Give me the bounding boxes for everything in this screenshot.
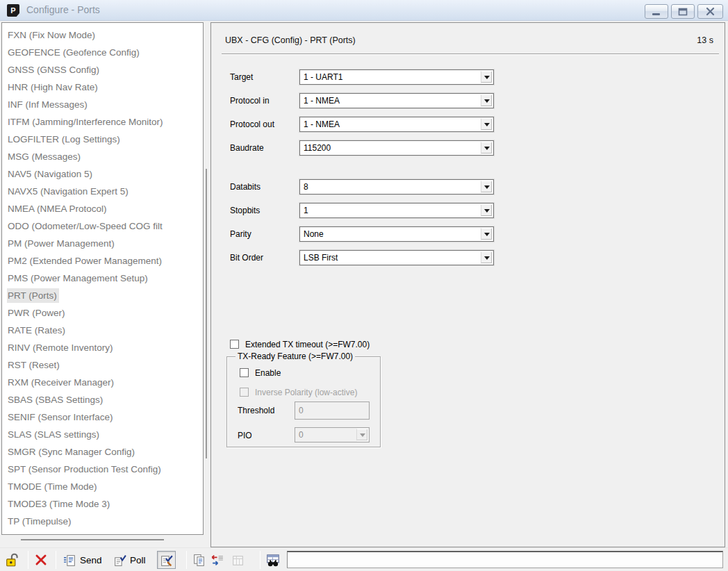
databits-select[interactable]: 8 (299, 179, 494, 195)
list-item[interactable]: GEOFENCE (Geofence Config) (2, 44, 203, 61)
list-item[interactable]: SMGR (Sync Manager Config) (2, 443, 203, 461)
baudrate-dropdown-button[interactable] (481, 142, 493, 154)
list-item-label: RATE (Rates) (7, 323, 67, 338)
list-item[interactable]: RST (Reset) (2, 356, 203, 374)
list-item[interactable]: TP (Timepulse) (2, 513, 203, 530)
titlebar: P Configure - Ports (0, 0, 728, 21)
protocol-out-dropdown-button[interactable] (481, 118, 493, 131)
configure-ports-window: P Configure - Ports FXN (Fix Now Mode)GE… (0, 0, 728, 571)
list-item[interactable]: RXM (Receiver Manager) (2, 374, 203, 391)
list-item[interactable]: LOGFILTER (Log Settings) (2, 131, 203, 148)
ports-config-panel: UBX - CFG (Config) - PRT (Ports) 13 s Ta… (210, 22, 725, 547)
parity-dropdown-button[interactable] (481, 228, 493, 240)
list-item-label: SPT (Sensor Production Test Config) (7, 462, 163, 477)
target-dropdown-button[interactable] (481, 71, 493, 83)
elapsed-time: 13 s (697, 35, 713, 45)
list-item-label: RINV (Remote Inventory) (7, 340, 115, 355)
protocol-out-label: Protocol out (230, 119, 274, 129)
list-item[interactable]: ODO (Odometer/Low-Speed COG filt (2, 217, 203, 235)
list-item-label: PWR (Power) (7, 306, 67, 320)
pio-dropdown-button (356, 429, 368, 441)
databits-dropdown-button[interactable] (481, 181, 493, 193)
list-item-label: TP (Timepulse) (7, 514, 74, 529)
tx-ready-enable-checkbox[interactable] (240, 368, 249, 377)
parity-row: Parity None (211, 226, 725, 242)
threshold-label: Threshold (238, 406, 274, 415)
bit-order-select[interactable]: LSB First (299, 250, 494, 265)
list-item[interactable]: PRT (Ports) (2, 287, 203, 304)
find-button[interactable] (264, 551, 282, 569)
list-item[interactable]: PWR (Power) (2, 304, 203, 322)
threshold-input: 0 (295, 402, 370, 420)
list-item[interactable]: NAV5 (Navigation 5) (2, 165, 203, 183)
target-value: 1 - UART1 (304, 72, 342, 82)
list-item-label: NMEA (NMEA Protocol) (7, 201, 109, 216)
list-item[interactable]: INF (Inf Messages) (2, 96, 203, 113)
list-item[interactable]: TMODE (Time Mode) (2, 478, 203, 495)
list-item[interactable]: MSG (Messages) (2, 148, 203, 165)
toolbar-separator (56, 551, 56, 569)
list-item[interactable]: RATE (Rates) (2, 322, 203, 339)
list-item[interactable]: GNSS (GNSS Config) (2, 61, 203, 78)
list-item[interactable]: HNR (High Nav Rate) (2, 78, 203, 96)
list-item[interactable]: SBAS (SBAS Settings) (2, 391, 203, 408)
list-item[interactable]: PM2 (Extended Power Management) (2, 252, 203, 270)
parity-select[interactable]: None (299, 226, 494, 242)
parity-label: Parity (230, 229, 251, 239)
protocol-in-select[interactable]: 1 - NMEA (299, 93, 494, 108)
target-select[interactable]: 1 - UART1 (299, 69, 494, 85)
copy-button[interactable] (190, 551, 208, 569)
list-item[interactable]: FXN (Fix Now Mode) (2, 26, 203, 44)
tx-ready-enable-label: Enable (255, 368, 281, 378)
protocol-out-value: 1 - NMEA (304, 119, 340, 129)
list-item[interactable]: SENIF (Sensor Interface) (2, 408, 203, 426)
list-item[interactable]: SLAS (SLAS settings) (2, 426, 203, 443)
list-horizontal-scrollbar[interactable] (21, 539, 164, 540)
search-input[interactable] (287, 551, 723, 568)
bit-order-dropdown-button[interactable] (481, 251, 493, 264)
lock-open-icon (5, 552, 20, 568)
send-label: Send (80, 555, 102, 565)
list-item-label: INF (Inf Messages) (7, 97, 90, 112)
list-vertical-scrollbar[interactable] (206, 169, 207, 458)
minimize-icon (645, 5, 668, 18)
transfer-button[interactable] (208, 551, 226, 569)
chevron-down-icon (484, 256, 490, 260)
pio-select: 0 (295, 427, 370, 442)
send-button[interactable]: Send (61, 551, 104, 569)
stopbits-dropdown-button[interactable] (481, 204, 493, 217)
pio-value: 0 (299, 430, 304, 440)
protocol-in-dropdown-button[interactable] (481, 94, 493, 107)
maximize-icon (672, 5, 694, 18)
minimize-button[interactable] (645, 4, 668, 19)
list-item[interactable]: RINV (Remote Inventory) (2, 339, 203, 356)
auto-poll-toggle[interactable] (157, 551, 176, 569)
maximize-button[interactable] (671, 4, 695, 19)
delete-button[interactable] (32, 551, 50, 569)
stopbits-select[interactable]: 1 (299, 203, 494, 218)
protocol-in-row: Protocol in 1 - NMEA (211, 93, 725, 108)
pio-label: PIO (238, 431, 252, 440)
list-item-label: LOGFILTER (Log Settings) (7, 132, 122, 147)
protocol-out-select[interactable]: 1 - NMEA (299, 117, 494, 132)
baudrate-select[interactable]: 115200 (299, 140, 494, 156)
chevron-down-icon (484, 185, 490, 189)
list-item[interactable]: ITFM (Jamming/Interference Monitor) (2, 113, 203, 131)
close-icon (700, 5, 722, 18)
list-item[interactable]: PM (Power Management) (2, 235, 203, 252)
list-item[interactable]: SPT (Sensor Production Test Config) (2, 461, 203, 478)
find-icon (265, 552, 281, 568)
list-item[interactable]: NMEA (NMEA Protocol) (2, 200, 203, 217)
lock-button[interactable] (3, 551, 22, 569)
list-item[interactable]: NAVX5 (Navigation Expert 5) (2, 183, 203, 200)
list-item-label: ODO (Odometer/Low-Speed COG filt (7, 219, 165, 233)
poll-button[interactable]: Poll (111, 551, 147, 569)
toolbar-separator (260, 551, 260, 569)
protocol-out-row: Protocol out 1 - NMEA (211, 117, 725, 132)
close-button[interactable] (697, 4, 723, 19)
list-item-label: FXN (Fix Now Mode) (7, 28, 97, 42)
list-item[interactable]: TMODE3 (Time Mode 3) (2, 495, 203, 513)
bit-order-value: LSB First (304, 253, 338, 263)
list-item[interactable]: PMS (Power Management Setup) (2, 270, 203, 287)
extended-tx-checkbox[interactable] (230, 340, 239, 349)
